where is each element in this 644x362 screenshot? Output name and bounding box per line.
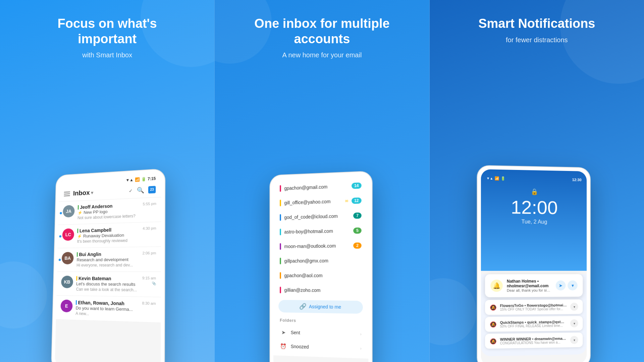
panel2-subtitle: A new home for your email [282, 51, 362, 59]
email-item[interactable]: LC Lena Campbell ⚡ Runaway Devaluation I… [58, 222, 161, 248]
lock-icon: 🔒 [531, 188, 538, 195]
bell-icon: 🔔 [491, 280, 503, 292]
priority-bar [76, 252, 77, 257]
muted-bell-icon: 🔕 [490, 304, 497, 310]
lock-date: Tue, 2 Aug [522, 219, 547, 225]
snoozed-icon: ⏰ [280, 343, 287, 350]
account-color-bar [280, 287, 281, 293]
expand-icon[interactable]: ▾ [570, 303, 578, 311]
phone-mockup-3: ▼▲ 📶 🔋 12:30 🔒 12:00 Tue, 2 Aug [477, 165, 591, 362]
expand-icon[interactable]: ▾ [570, 336, 578, 344]
account-color-bar [280, 185, 281, 192]
lock-time: 12:00 [511, 198, 558, 217]
email-item[interactable]: KB Kevin Bateman Let's discuss the searc… [56, 272, 161, 297]
email-list-1: JA Jeoff Anderson ⚡ New PP logo Not sure… [56, 197, 161, 323]
expand-notification-button[interactable]: ▾ [568, 281, 578, 291]
account-color-bar [280, 214, 281, 221]
avatar: BA [61, 252, 73, 264]
muted-bell-icon: 🔕 [490, 338, 497, 344]
priority-bar [77, 229, 78, 233]
muted-bell-icon: 🔕 [490, 321, 497, 327]
sent-icon: ➤ [280, 328, 287, 336]
account-color-bar [280, 229, 281, 235]
send-reply-button[interactable]: ➤ [556, 281, 566, 291]
account-item[interactable]: god_of_code@icloud.com 7 [273, 208, 368, 225]
chevron-right-icon: › [360, 332, 362, 337]
panel-focus: Focus on what's important with Smart Inb… [0, 0, 214, 362]
email-icon: ✉ [345, 199, 348, 203]
email-item[interactable]: BA Bui Anglin Research and development H… [57, 247, 161, 272]
status-bar-1: ▼▲ 📶 🔋 7:15 [125, 176, 156, 183]
lock-status-bar: ▼▲ 📶 🔋 12:30 [486, 176, 581, 182]
email-item[interactable]: JA Jeoff Anderson ⚡ New PP logo Not sure… [58, 197, 161, 225]
main-notification[interactable]: 🔔 Nathan Holmes • nholmesr@email.com Dea… [485, 274, 583, 297]
folder-snoozed[interactable]: ⏰ Snoozed › [273, 339, 368, 356]
priority-bar [77, 205, 78, 209]
avatar: E [60, 300, 72, 312]
expand-icon[interactable]: ▾ [570, 319, 578, 327]
small-notification-3[interactable]: 🔕 WINNER WINNER • dreamwin@email.com • 2… [485, 333, 583, 349]
priority-bar [76, 276, 77, 281]
account-item[interactable]: gillian@zoho.com [273, 283, 368, 298]
account-item[interactable]: gillpachon@gmx.com [273, 253, 368, 268]
chevron-right-icon: › [360, 346, 362, 351]
panel3-subtitle: for fewer distractions [506, 36, 568, 44]
avatar: KB [61, 276, 73, 288]
search-icon[interactable]: 🔍 [137, 186, 144, 194]
account-list: gpachon@gmail.com 14 gill_office@yahoo.c… [273, 175, 368, 359]
lock-status-time: 12:30 [572, 178, 582, 182]
calendar-icon[interactable]: 23 [148, 186, 155, 193]
email-content: Jeoff Anderson ⚡ New PP logo Not sure ab… [77, 202, 140, 220]
phone-mockup-2: gpachon@gmail.com 14 gill_office@yahoo.c… [270, 171, 373, 362]
status-time-1: 7:15 [148, 176, 156, 181]
paperclip-icon: 🔗 [299, 303, 306, 310]
attachment-icon: 📎 [152, 282, 156, 285]
panel2-title: One inbox for multiple accounts [252, 16, 392, 47]
assigned-to-me-button[interactable]: 🔗 Assigned to me [278, 300, 363, 314]
panel-inbox: One inbox for multiple accounts A new ho… [214, 0, 429, 362]
account-item[interactable]: astro-boy@hotmail.com 5 [273, 223, 368, 239]
check-icon: ✓ [128, 188, 132, 193]
account-color-bar [280, 200, 281, 206]
panel-notifications: Smart Notifications for fewer distractio… [430, 0, 644, 362]
account-item[interactable]: gpachon@aol.com [273, 268, 368, 283]
inbox-title: Inbox ▾ [73, 189, 93, 197]
avatar: LC [62, 228, 74, 241]
account-color-bar [280, 243, 281, 250]
priority-bar [75, 300, 76, 305]
email-item[interactable]: E Ethan, Rowan, Jonah Do you want to lea… [56, 296, 161, 323]
lock-screen: ▼▲ 📶 🔋 12:30 🔒 12:00 Tue, 2 Aug [481, 169, 587, 271]
account-color-bar [280, 258, 281, 264]
account-item[interactable]: moon-man@outlook.com 2 [273, 238, 368, 254]
small-notification-2[interactable]: 🔕 QuickStamps • quick_stamps@qstm.com • … [485, 316, 583, 332]
account-color-bar [280, 272, 281, 279]
menu-icon[interactable] [64, 191, 70, 196]
small-notification-1[interactable]: 🔕 FlowersToGo • flowerstogo@hotmail.com … [485, 299, 583, 315]
phone-mockup-1: ▼▲ 📶 🔋 7:15 Inbox ▾ [51, 168, 165, 362]
account-item[interactable]: gill_office@yahoo.com ✉ 12 [273, 193, 368, 210]
panel1-subtitle: with Smart Inbox [82, 51, 132, 59]
avatar: JA [63, 205, 75, 218]
